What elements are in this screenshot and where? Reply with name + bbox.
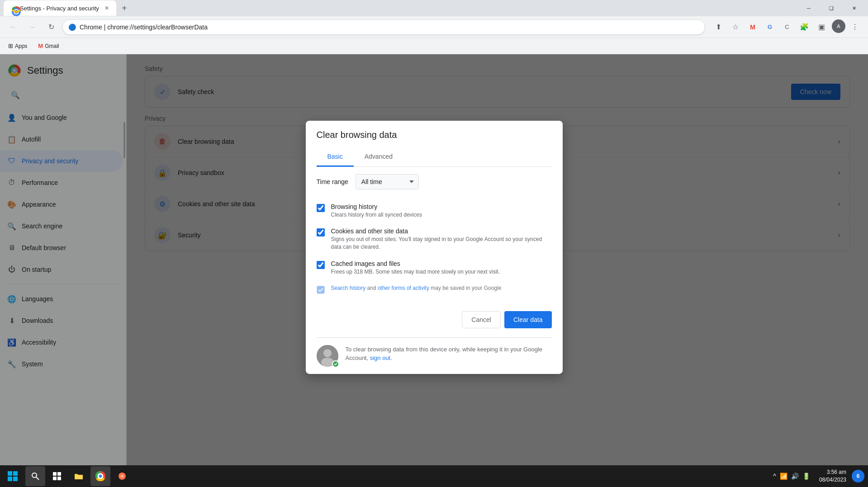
- forward-button[interactable]: →: [24, 19, 40, 35]
- cached-title: Cached images and files: [331, 260, 552, 267]
- active-tab[interactable]: Settings - Privacy and security ✕: [4, 0, 116, 16]
- svg-point-15: [32, 473, 37, 478]
- title-bar: Settings - Privacy and security ✕ + ─ ❑ …: [0, 0, 868, 16]
- minimize-button[interactable]: ─: [798, 1, 819, 15]
- svg-rect-12: [13, 471, 18, 476]
- vpn-icon[interactable]: C: [779, 19, 795, 35]
- partial-activity-row: Search history and other forms of activi…: [317, 280, 552, 300]
- network-icon[interactable]: 📶: [780, 473, 787, 480]
- chrome-taskbar-icon: [95, 471, 105, 481]
- taskbar-paint[interactable]: [112, 466, 132, 486]
- info-text-suffix: .: [390, 355, 392, 361]
- cancel-button[interactable]: Cancel: [462, 311, 501, 328]
- taskbar-clock[interactable]: 3:56 am 08/04/2023: [816, 468, 850, 484]
- browsing-history-desc: Clears history from all synced devices: [331, 211, 552, 218]
- bookmark-apps[interactable]: ⊞ Apps: [5, 41, 30, 51]
- notification-arrow-icon[interactable]: ^: [773, 473, 776, 480]
- svg-rect-17: [53, 472, 57, 476]
- tab-favicon: [9, 5, 16, 12]
- share-icon[interactable]: ⬆: [711, 19, 726, 35]
- dialog-footer: To clear browsing data from this device …: [306, 337, 563, 374]
- taskbar-task-view[interactable]: [47, 466, 67, 486]
- search-taskbar-icon: [31, 472, 40, 481]
- windows-logo: [7, 471, 18, 482]
- clock-time: 3:56 am: [819, 468, 846, 476]
- taskbar-file-explorer[interactable]: [69, 466, 89, 486]
- back-button[interactable]: ←: [5, 19, 21, 35]
- paint-taskbar-icon: [118, 472, 127, 481]
- partial-activity-content: Search history and other forms of activi…: [331, 285, 552, 291]
- bookmark-gmail-label: Gmail: [45, 43, 59, 49]
- maximize-button[interactable]: ❑: [821, 1, 842, 15]
- toolbar: ← → ↻ 🔵 Chrome | chrome://settings/clear…: [0, 16, 868, 38]
- cached-row: Cached images and files Frees up 318 MB.…: [317, 255, 552, 280]
- gmail-icon[interactable]: M: [745, 19, 760, 35]
- cookies-title: Cookies and other site data: [331, 227, 552, 235]
- start-button[interactable]: [4, 467, 22, 485]
- dialog-header: Clear browsing data Basic Advanced: [306, 120, 563, 166]
- gmail-bookmark-icon: M: [38, 43, 43, 49]
- window-controls: ─ ❑ ✕: [798, 1, 864, 15]
- taskbar-sys-icons: ^ 📶 🔊 🔋: [769, 473, 814, 480]
- svg-rect-20: [57, 477, 61, 480]
- partial-text-and: and: [367, 285, 378, 291]
- user-avatar[interactable]: A: [832, 19, 845, 33]
- cached-desc: Frees up 318 MB. Some sites may load mor…: [331, 268, 552, 276]
- address-protocol: Chrome: [80, 24, 102, 31]
- browsing-history-title: Browsing history: [331, 203, 552, 210]
- partial-checkbox-icon: [317, 286, 325, 294]
- cached-checkbox[interactable]: [317, 261, 325, 269]
- tab-close-button[interactable]: ✕: [103, 4, 111, 12]
- svg-rect-18: [57, 472, 61, 476]
- search-history-link[interactable]: Search history: [331, 285, 366, 291]
- cookies-row: Cookies and other site data Signs you ou…: [317, 223, 552, 255]
- notification-badge[interactable]: 6: [852, 470, 864, 482]
- browsing-history-content: Browsing history Clears history from all…: [331, 203, 552, 218]
- partial-text-suffix: may be saved in your Google: [431, 285, 501, 291]
- tab-basic[interactable]: Basic: [317, 147, 354, 166]
- menu-icon[interactable]: ⋮: [847, 19, 863, 35]
- time-range-select[interactable]: All time Last hour Last 24 hours Last 7 …: [356, 174, 419, 189]
- dialog-info-text: To clear browsing data from this device …: [346, 345, 552, 363]
- tab-title: Settings - Privacy and security: [20, 5, 99, 12]
- cookies-desc: Signs you out of most sites. You'll stay…: [331, 236, 552, 251]
- reload-button[interactable]: ↻: [43, 19, 59, 35]
- svg-point-23: [99, 475, 102, 478]
- cookies-checkbox[interactable]: [317, 228, 325, 236]
- svg-line-16: [36, 477, 39, 480]
- close-button[interactable]: ✕: [844, 1, 864, 15]
- sound-icon[interactable]: 🔊: [791, 473, 799, 480]
- clear-data-button[interactable]: Clear data: [504, 311, 552, 328]
- extensions-icon[interactable]: 🧩: [797, 19, 812, 35]
- sign-out-link[interactable]: sign out: [370, 355, 391, 361]
- bookmark-apps-label: Apps: [15, 43, 27, 49]
- address-bar[interactable]: 🔵 Chrome | chrome://settings/clearBrowse…: [62, 19, 705, 35]
- time-range-row: Time range All time Last hour Last 24 ho…: [317, 174, 552, 189]
- dialog-body: Time range All time Last hour Last 24 ho…: [306, 166, 563, 307]
- taskbar-search[interactable]: [25, 466, 45, 486]
- main-area: Settings 🔍 👤 You and Google 📋 Autofill 🛡…: [0, 54, 868, 465]
- time-range-label: Time range: [317, 178, 348, 185]
- taskbar-chrome[interactable]: [90, 466, 110, 486]
- new-tab-button[interactable]: +: [118, 2, 131, 14]
- address-url: chrome://settings/clearBrowserData: [107, 24, 208, 31]
- bookmark-icon[interactable]: ☆: [728, 19, 743, 35]
- bookmarks-bar: ⊞ Apps M Gmail: [0, 38, 868, 54]
- toolbar-icons: ⬆ ☆ M G C 🧩 ▣ A ⋮: [711, 19, 863, 35]
- taskbar-app-icons: [25, 466, 132, 486]
- address-text: Chrome | chrome://settings/clearBrowserD…: [80, 24, 699, 31]
- google-icon[interactable]: G: [762, 19, 778, 35]
- battery-icon[interactable]: 🔋: [802, 473, 810, 480]
- dialog-actions: Cancel Clear data: [306, 307, 563, 337]
- browser-frame: Settings - Privacy and security ✕ + ─ ❑ …: [0, 0, 868, 487]
- tab-advanced[interactable]: Advanced: [354, 147, 403, 166]
- dialog-title: Clear browsing data: [317, 129, 552, 140]
- bookmark-gmail[interactable]: M Gmail: [35, 41, 62, 51]
- task-view-icon: [52, 472, 62, 481]
- dialog-tabs: Basic Advanced: [317, 147, 552, 166]
- split-screen-icon[interactable]: ▣: [814, 19, 829, 35]
- checkmark-icon: [334, 362, 337, 366]
- other-activity-link[interactable]: other forms of activity: [378, 285, 429, 291]
- cookies-content: Cookies and other site data Signs you ou…: [331, 227, 552, 251]
- browsing-history-checkbox[interactable]: [317, 203, 325, 212]
